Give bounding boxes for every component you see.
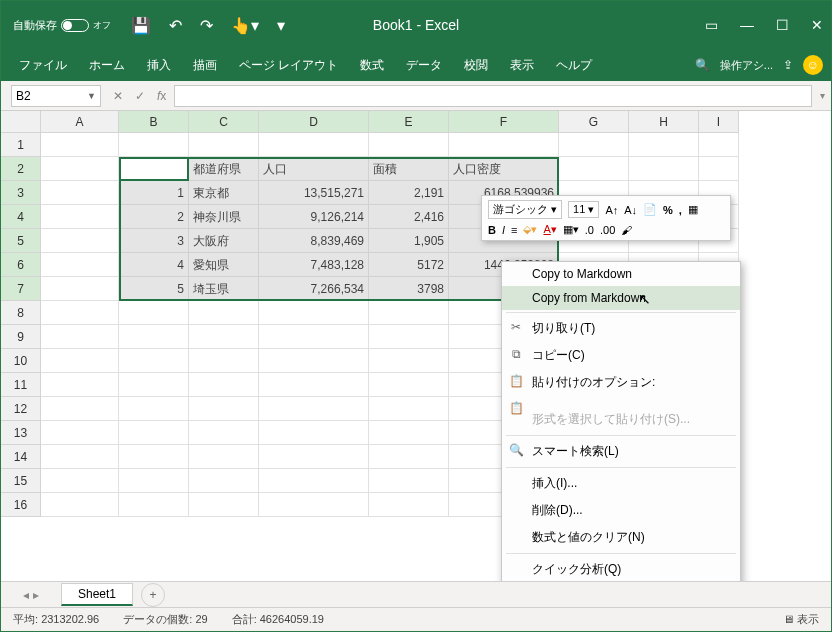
tab-insert[interactable]: 挿入 — [137, 51, 181, 80]
cell[interactable]: 13,515,271 — [259, 181, 369, 205]
save-icon[interactable]: 💾 — [131, 16, 151, 35]
cell[interactable] — [699, 133, 739, 157]
cell[interactable]: 2,416 — [369, 205, 449, 229]
cell[interactable] — [189, 421, 259, 445]
col-header-C[interactable]: C — [189, 111, 259, 133]
cell[interactable] — [119, 349, 189, 373]
cell[interactable] — [259, 445, 369, 469]
cell[interactable] — [369, 301, 449, 325]
cell[interactable] — [369, 493, 449, 517]
chevron-down-icon[interactable]: ▼ — [87, 91, 96, 101]
ctx-item[interactable]: 削除(D)... — [502, 497, 740, 524]
cell[interactable] — [119, 421, 189, 445]
ctx-item[interactable]: 📋 — [502, 396, 740, 406]
row-header-16[interactable]: 16 — [1, 493, 41, 517]
tell-me-input[interactable]: 操作アシ... — [720, 58, 773, 73]
cell[interactable]: 7,483,128 — [259, 253, 369, 277]
cell[interactable] — [369, 445, 449, 469]
cell[interactable] — [559, 157, 629, 181]
cell[interactable]: 9,126,214 — [259, 205, 369, 229]
cell[interactable]: 面積 — [369, 157, 449, 181]
cell[interactable]: 人口 — [259, 157, 369, 181]
cell[interactable] — [259, 397, 369, 421]
tab-home[interactable]: ホーム — [79, 51, 135, 80]
cell[interactable] — [41, 325, 119, 349]
tab-view[interactable]: 表示 — [500, 51, 544, 80]
cell[interactable] — [369, 133, 449, 157]
cell[interactable] — [189, 445, 259, 469]
cell[interactable]: 8,839,469 — [259, 229, 369, 253]
decrease-font-icon[interactable]: A↓ — [624, 204, 637, 216]
cell[interactable] — [189, 133, 259, 157]
cell[interactable] — [259, 325, 369, 349]
fill-color-icon[interactable]: ⬙▾ — [523, 223, 537, 236]
cell[interactable] — [119, 445, 189, 469]
row-header-12[interactable]: 12 — [1, 397, 41, 421]
row-header-15[interactable]: 15 — [1, 469, 41, 493]
cell[interactable] — [41, 205, 119, 229]
row-header-7[interactable]: 7 — [1, 277, 41, 301]
col-header-B[interactable]: B — [119, 111, 189, 133]
cell[interactable] — [369, 349, 449, 373]
cell[interactable] — [629, 133, 699, 157]
cancel-icon[interactable]: ✕ — [113, 89, 123, 103]
display-settings-icon[interactable]: 🖥 表示 — [783, 612, 819, 627]
ctx-item[interactable]: Copy to Markdown — [502, 262, 740, 286]
ctx-item[interactable]: Copy from Markdown — [502, 286, 740, 310]
select-all-corner[interactable] — [1, 111, 41, 133]
cell[interactable] — [119, 157, 189, 181]
cell[interactable] — [449, 133, 559, 157]
cell[interactable]: 5172 — [369, 253, 449, 277]
accounting-format-icon[interactable]: 📄 — [643, 203, 657, 216]
col-header-G[interactable]: G — [559, 111, 629, 133]
cell[interactable] — [259, 493, 369, 517]
cell[interactable]: 東京都 — [189, 181, 259, 205]
cell[interactable] — [119, 373, 189, 397]
cell[interactable] — [369, 469, 449, 493]
cell[interactable] — [189, 373, 259, 397]
font-color-icon[interactable]: A▾ — [543, 223, 556, 236]
align-icon[interactable]: ≡ — [511, 224, 517, 236]
cell[interactable] — [369, 421, 449, 445]
cell[interactable] — [259, 469, 369, 493]
ctx-item[interactable]: 数式と値のクリア(N) — [502, 524, 740, 551]
cell[interactable] — [41, 445, 119, 469]
decrease-decimal-icon[interactable]: .0 — [585, 224, 594, 236]
cell[interactable] — [41, 301, 119, 325]
row-header-13[interactable]: 13 — [1, 421, 41, 445]
cell[interactable] — [189, 301, 259, 325]
cell[interactable]: 3 — [119, 229, 189, 253]
qat-customize-icon[interactable]: ▾ — [277, 16, 285, 35]
row-header-2[interactable]: 2 — [1, 157, 41, 181]
sheet-tab-1[interactable]: Sheet1 — [61, 583, 133, 606]
ctx-item[interactable]: ✂切り取り(T) — [502, 315, 740, 342]
cell[interactable] — [41, 181, 119, 205]
cell[interactable] — [369, 325, 449, 349]
col-header-A[interactable]: A — [41, 111, 119, 133]
tab-formulas[interactable]: 数式 — [350, 51, 394, 80]
cell[interactable] — [41, 349, 119, 373]
cell[interactable]: 2,191 — [369, 181, 449, 205]
cell[interactable] — [119, 325, 189, 349]
tab-pagelayout[interactable]: ページ レイアウト — [229, 51, 348, 80]
cell[interactable] — [41, 421, 119, 445]
row-header-11[interactable]: 11 — [1, 373, 41, 397]
col-header-I[interactable]: I — [699, 111, 739, 133]
percent-icon[interactable]: % — [663, 204, 673, 216]
tab-data[interactable]: データ — [396, 51, 452, 80]
row-header-9[interactable]: 9 — [1, 325, 41, 349]
share-icon[interactable]: ⇪ — [783, 58, 793, 72]
enter-icon[interactable]: ✓ — [135, 89, 145, 103]
col-header-E[interactable]: E — [369, 111, 449, 133]
comma-icon[interactable]: , — [679, 204, 682, 216]
cell[interactable] — [41, 133, 119, 157]
expand-formula-icon[interactable]: ▾ — [820, 90, 825, 101]
row-header-4[interactable]: 4 — [1, 205, 41, 229]
ctx-item[interactable]: クイック分析(Q) — [502, 556, 740, 581]
ctx-item[interactable]: ⧉コピー(C) — [502, 342, 740, 369]
ctx-item[interactable]: 📋貼り付けのオプション: — [502, 369, 740, 396]
cell[interactable] — [119, 301, 189, 325]
cell[interactable] — [189, 325, 259, 349]
minimize-icon[interactable]: ― — [740, 17, 754, 33]
formula-input[interactable] — [174, 85, 812, 107]
